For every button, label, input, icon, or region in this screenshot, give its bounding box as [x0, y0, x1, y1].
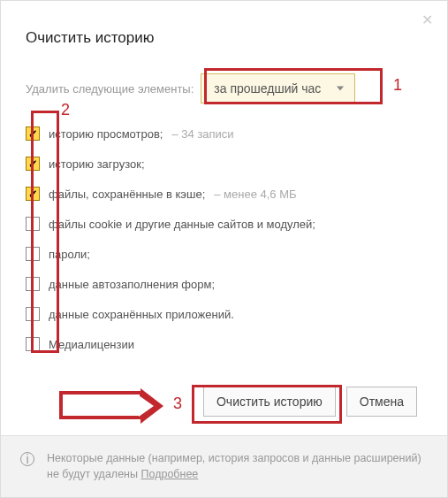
option-label: файлы, сохранённые в кэше;	[49, 188, 205, 201]
clear-history-button[interactable]: Очистить историю	[203, 387, 336, 417]
option-label: данные автозаполнения форм;	[49, 278, 215, 291]
option-label: данные сохранённых приложений.	[49, 308, 234, 321]
option-label: пароли;	[49, 248, 90, 261]
period-label: Удалить следующие элементы:	[26, 82, 194, 96]
callout-number-3: 3	[173, 395, 182, 413]
options-list: ✓историю просмотров; – 34 записи✓историю…	[26, 126, 422, 351]
checkbox[interactable]	[26, 217, 40, 231]
info-icon: i	[20, 452, 34, 466]
callout-number-1: 1	[393, 76, 402, 95]
period-dropdown[interactable]: за прошедший час	[201, 73, 355, 103]
button-row: Очистить историю Отмена	[26, 387, 422, 417]
checkbox[interactable]	[26, 337, 40, 351]
footer-more-link[interactable]: Подробнее	[140, 468, 198, 480]
option-label: файлы cookie и другие данные сайтов и мо…	[49, 218, 315, 231]
period-selected-value: за прошедший час	[214, 81, 321, 96]
option-extra: – менее 4,6 МБ	[214, 188, 296, 201]
option-row[interactable]: ✓историю просмотров; – 34 записи	[26, 126, 422, 141]
option-row[interactable]: данные автозаполнения форм;	[26, 277, 422, 291]
option-row[interactable]: ✓файлы, сохранённые в кэше; – менее 4,6 …	[26, 187, 422, 201]
option-label: историю загрузок;	[49, 157, 145, 171]
dialog-title: Очистить историю	[26, 29, 422, 47]
footer-text: Некоторые данные (например, история запр…	[47, 450, 428, 484]
option-row[interactable]: пароли;	[26, 247, 422, 261]
option-label: историю просмотров;	[49, 127, 163, 141]
checkbox[interactable]	[26, 247, 40, 261]
option-label: Медиалицензии	[49, 338, 134, 351]
checkbox[interactable]	[26, 277, 40, 291]
cancel-button[interactable]: Отмена	[346, 387, 417, 417]
callout-number-2: 2	[61, 101, 70, 119]
checkbox[interactable]: ✓	[26, 157, 40, 171]
option-row[interactable]: файлы cookie и другие данные сайтов и мо…	[26, 217, 422, 231]
footer: i Некоторые данные (например, история за…	[1, 435, 447, 498]
option-row[interactable]: данные сохранённых приложений.	[26, 307, 422, 321]
clear-history-dialog: ✕ Очистить историю Удалить следующие эле…	[0, 0, 448, 498]
close-button[interactable]: ✕	[419, 11, 435, 27]
option-row[interactable]: Медиалицензии	[26, 337, 422, 351]
close-icon: ✕	[421, 11, 433, 28]
checkbox[interactable]	[26, 307, 40, 321]
period-row: Удалить следующие элементы: за прошедший…	[26, 73, 422, 103]
checkbox[interactable]: ✓	[26, 126, 40, 141]
option-row[interactable]: ✓историю загрузок;	[26, 157, 422, 171]
option-extra: – 34 записи	[171, 127, 233, 141]
checkbox[interactable]: ✓	[26, 187, 40, 201]
